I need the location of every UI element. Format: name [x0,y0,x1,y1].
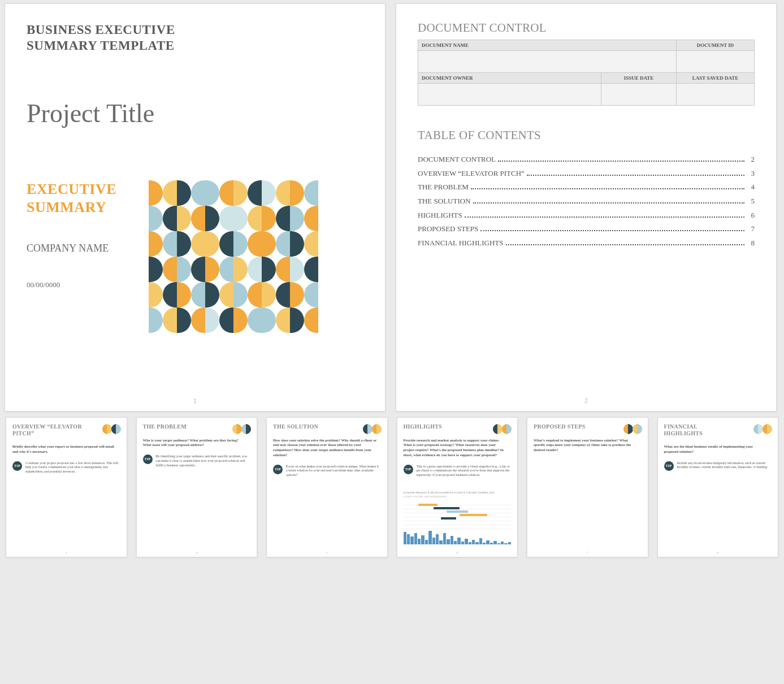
thumb-prompt: How does your solution solve the problem… [273,438,381,458]
tip-text: By identifying your target audience and … [156,454,251,467]
document-control-table: DOCUMENT NAME DOCUMENT ID DOCUMENT OWNER… [418,40,755,106]
tip-badge: TIP [664,461,674,471]
template-title: BUSINESS EXECUTIVE SUMMARY TEMPLATE [27,22,230,53]
thumb-page-number: 7 [527,551,648,555]
dc-col-id: DOCUMENT ID [677,40,755,51]
toc-label: OVERVIEW “ELEVATOR PITCH” [418,167,525,181]
cover-pattern-graphic [149,180,318,333]
page-thumbnail[interactable]: THE PROBLEMWho is your target audience? … [136,417,258,557]
document-preview-viewport: BUSINESS EXECUTIVE SUMMARY TEMPLATE Proj… [0,0,784,564]
thumb-prompt: Briefly describe what your report or bus… [12,444,120,454]
dc-col-owner: DOCUMENT OWNER [418,73,601,84]
page-spread: BUSINESS EXECUTIVE SUMMARY TEMPLATE Proj… [0,0,784,417]
toc-page: 7 [747,222,755,236]
dc-issue-value[interactable] [601,84,677,106]
dc-col-last: LAST SAVED DATE [677,73,755,84]
thumb-page-number: 5 [267,551,387,555]
page-2[interactable]: DOCUMENT CONTROL DOCUMENT NAME DOCUMENT … [396,3,777,412]
thumb-title: HIGHLIGHTS [404,423,477,430]
toc-entry[interactable]: HIGHLIGHTS 6 [418,209,755,223]
gantt-preview: SCRUM PROJECT MANAGEMENT GANTT CHART TEM… [404,491,512,544]
tip-badge: TIP [273,465,283,474]
page-number: 1 [5,398,385,404]
toc-page: 8 [747,236,755,250]
toc-entry[interactable]: THE PROBLEM 4 [418,180,755,194]
page-thumbnail[interactable]: THE SOLUTIONHow does your solution solve… [266,417,388,557]
dc-last-value[interactable] [677,84,755,106]
page-thumbnail[interactable]: OVERVIEW “ELEVATOR PITCH”Briefly describ… [6,417,127,557]
toc-label: FINANCIAL HIGHLIGHTS [418,236,504,250]
dc-col-name: DOCUMENT NAME [418,40,677,51]
toc-label: HIGHLIGHTS [418,209,462,223]
toc-page: 5 [747,194,755,209]
toc-entry[interactable]: PROPOSED STEPS 7 [418,222,755,236]
thumb-title: THE PROBLEM [143,423,216,430]
toc-label: DOCUMENT CONTROL [418,153,496,167]
thumb-title: THE SOLUTION [273,423,346,430]
dc-id-value[interactable] [677,51,755,73]
tip-text: Condense your project proposal into a fe… [25,461,120,474]
page-thumbnail[interactable]: HIGHLIGHTSProvide research and market an… [397,417,518,557]
thumb-title: OVERVIEW “ELEVATOR PITCH” [12,423,86,436]
page-thumbnail[interactable]: FINANCIAL HIGHLIGHTSWhat are the ideal b… [657,417,779,557]
thumb-title: FINANCIAL HIGHLIGHTS [664,423,738,436]
cover-date: 00/00/0000 [27,280,134,289]
page-thumbnails-strip: OVERVIEW “ELEVATOR PITCH”Briefly describ… [0,417,784,564]
page-1[interactable]: BUSINESS EXECUTIVE SUMMARY TEMPLATE Proj… [5,3,385,412]
tip-text: Include any broad-strokes budgetary info… [677,461,772,471]
tip-text: Focus on what makes your proposed soluti… [286,465,381,478]
company-name: COMPANY NAME [27,242,134,255]
tip-text: This is a great opportunity to provide a… [417,465,512,478]
thumb-prompt: What are the ideal business results of i… [664,444,772,454]
thumb-prompt: What's required to implement your busine… [534,438,642,453]
thumb-prompt: Who is your target audience? What proble… [143,438,251,448]
toc-page: 3 [747,167,755,181]
thumb-title: PROPOSED STEPS [534,423,607,430]
dc-col-issue: ISSUE DATE [601,73,677,84]
toc-entry[interactable]: OVERVIEW “ELEVATOR PITCH” 3 [418,167,755,181]
toc-label: PROPOSED STEPS [418,222,478,236]
thumb-page-number: 6 [397,551,518,555]
project-title: Project Title [27,99,363,128]
toc-label: THE PROBLEM [418,180,469,194]
dc-owner-value[interactable] [418,84,601,106]
toc-entry[interactable]: DOCUMENT CONTROL2 [418,153,755,167]
executive-summary-label: EXECUTIVE SUMMARY [27,180,134,217]
thumb-page-number: 3 [6,551,127,555]
tip-badge: TIP [12,461,22,471]
thumb-page-number: 8 [658,551,778,555]
toc-heading: TABLE OF CONTENTS [418,129,755,141]
page-thumbnail[interactable]: PROPOSED STEPSWhat's required to impleme… [527,417,648,557]
tip-badge: TIP [404,465,413,474]
thumb-prompt: Provide research and market analysis to … [404,438,512,458]
toc-page: 4 [747,180,755,194]
page-number: 2 [396,398,776,404]
thumb-page-number: 4 [137,551,257,555]
toc-page: 6 [747,209,755,223]
toc-page: 2 [747,153,755,167]
toc-entry[interactable]: THE SOLUTION 5 [418,194,755,209]
table-of-contents: DOCUMENT CONTROL2OVERVIEW “ELEVATOR PITC… [418,153,755,250]
document-control-heading: DOCUMENT CONTROL [418,22,755,34]
dc-name-value[interactable] [418,51,677,73]
tip-badge: TIP [143,454,153,464]
toc-label: THE SOLUTION [418,194,471,209]
toc-entry[interactable]: FINANCIAL HIGHLIGHTS 8 [418,236,755,250]
